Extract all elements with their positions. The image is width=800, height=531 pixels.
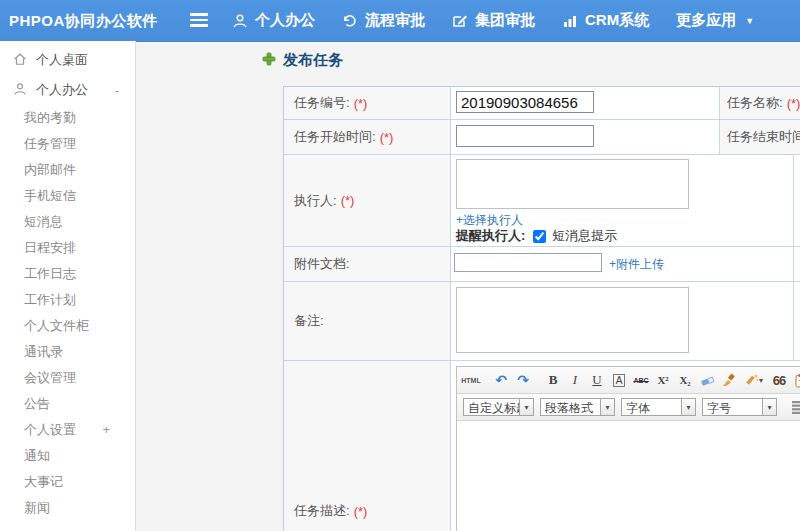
collapse-icon[interactable]: - [115, 75, 119, 105]
undo-button[interactable]: ↶ [491, 370, 511, 390]
align-left-button[interactable] [789, 397, 800, 417]
sidebar-item-label: 内部邮件 [24, 162, 76, 177]
sidebar-item-label: 个人设置 [24, 422, 76, 437]
sidebar-item-events[interactable]: 大事记 [0, 469, 135, 495]
bold-button[interactable]: B [543, 370, 563, 390]
chevron-down-icon: ▾ [519, 398, 534, 416]
nav-personal-office[interactable]: 个人办公 [232, 11, 315, 30]
strikethrough-button[interactable]: ABC [631, 370, 651, 390]
font-size-select[interactable]: 字号 ▾ [702, 398, 777, 416]
editor-content-area[interactable] [457, 421, 800, 531]
sidebar-item-news[interactable]: 新闻 [0, 495, 135, 521]
clipboard-icon: T [794, 373, 800, 388]
process-approval-icon [342, 13, 358, 29]
blockquote-button[interactable]: 66 [769, 370, 789, 390]
executor-label: 执行人:(*) [284, 155, 451, 246]
task-no-cell [451, 87, 720, 119]
sidebar-item-label: 新闻 [24, 500, 50, 515]
attachment-upload-link[interactable]: +附件上传 [609, 256, 664, 273]
sidebar-item-meeting[interactable]: 会议管理 [0, 365, 135, 391]
nav-more-apps[interactable]: 更多应用 ▼ [676, 11, 754, 30]
sidebar-item-label: 大事记 [24, 474, 63, 489]
sidebar-item-contacts[interactable]: 通讯录 [0, 339, 135, 365]
executor-filler-cell [794, 155, 800, 246]
task-no-input[interactable] [456, 91, 594, 113]
eraser-icon [699, 373, 715, 387]
sidebar-item-label: 日程安排 [24, 240, 76, 255]
eraser-button[interactable] [697, 370, 717, 390]
page-title: 发布任务 [283, 51, 343, 70]
task-no-label: 任务编号:(*) [284, 87, 451, 119]
sidebar-item-label: 通知 [24, 448, 50, 463]
publish-task-form: 任务编号:(*) 任务名称:(*) 任务开始时间:(*) 任务结束时间:(*) [283, 86, 800, 531]
redo-button[interactable]: ↷ [513, 370, 533, 390]
menu-toggle-icon[interactable] [190, 13, 208, 28]
sidebar-item-personal-office[interactable]: 个人办公 - [0, 75, 135, 105]
sidebar-item-notice[interactable]: 通知 [0, 443, 135, 469]
attachment-input[interactable] [454, 253, 602, 272]
top-nav: 个人办公 流程审批 集团审批 CRM系统 更多应用 [232, 0, 754, 41]
chevron-down-icon: ▼ [745, 16, 754, 26]
font-name-button[interactable]: A [613, 374, 626, 387]
sidebar-item-schedule[interactable]: 日程安排 [0, 235, 135, 261]
underline-button[interactable]: U [587, 370, 607, 390]
italic-button[interactable]: I [565, 370, 585, 390]
sidebar-item-work-log[interactable]: 工作日志 [0, 261, 135, 287]
chevron-down-icon: ▾ [600, 398, 615, 416]
custom-title-select[interactable]: 自定义标题 ▾ [463, 398, 534, 416]
top-header: PHPOA协同办公软件 个人办公 流程审批 集团审批 [0, 0, 800, 42]
sidebar-item-task-manage[interactable]: 任务管理 [0, 131, 135, 157]
sidebar-item-attendance[interactable]: 我的考勤 [0, 105, 135, 131]
nav-process-approval[interactable]: 流程审批 [342, 11, 425, 30]
executor-textarea[interactable] [456, 159, 689, 209]
sidebar-item-internal-mail[interactable]: 内部邮件 [0, 157, 135, 183]
sidebar-item-label: 个人办公 [36, 81, 88, 99]
page-title-row: 发布任务 [262, 51, 343, 70]
sidebar-item-label: 工作计划 [24, 292, 76, 307]
sidebar-item-label: 通讯录 [24, 344, 63, 359]
nav-crm[interactable]: CRM系统 [562, 11, 649, 30]
start-time-cell [451, 120, 720, 154]
html-source-button[interactable]: HTML [461, 370, 481, 390]
subscript-button[interactable]: X₂ [675, 370, 695, 390]
sidebar-item-announcement[interactable]: 公告 [0, 391, 135, 417]
nav-label: 流程审批 [365, 11, 425, 30]
sidebar-item-desktop[interactable]: 个人桌面 [0, 45, 135, 75]
sidebar-item-label: 任务管理 [24, 136, 76, 151]
paragraph-format-select[interactable]: 段落格式 ▾ [540, 398, 615, 416]
remind-executor-label: 提醒执行人: [456, 227, 525, 245]
sidebar-item-label: 手机短信 [24, 188, 76, 203]
sms-tip-checkbox[interactable] [533, 230, 546, 243]
attachment-label: 附件文档: [284, 247, 451, 281]
sidebar-item-label: 个人桌面 [36, 51, 88, 69]
sidebar-item-label: 个人文件柜 [24, 318, 89, 333]
sidebar-item-file-cabinet[interactable]: 个人文件柜 [0, 313, 135, 339]
start-time-label: 任务开始时间:(*) [284, 120, 451, 154]
format-brush-button[interactable] [719, 370, 739, 390]
sidebar-item-label: 短消息 [24, 214, 63, 229]
remark-filler-cell [794, 282, 800, 360]
start-time-input[interactable] [456, 125, 594, 147]
edit-square-icon [452, 13, 468, 29]
font-family-select[interactable]: 字体 ▾ [621, 398, 696, 416]
chevron-down-icon: ▾ [681, 398, 696, 416]
brush-icon [722, 373, 737, 387]
remark-textarea[interactable] [456, 287, 689, 353]
nav-group-approval[interactable]: 集团审批 [452, 11, 535, 30]
remind-executor-row: 提醒执行人: 短消息提示 [456, 227, 617, 245]
nav-label: 更多应用 [676, 11, 736, 30]
sidebar-item-personal-settings[interactable]: 个人设置 + [0, 417, 135, 443]
sidebar-item-work-plan[interactable]: 工作计划 [0, 287, 135, 313]
magic-wand-icon [745, 373, 759, 387]
nav-label: CRM系统 [585, 11, 649, 30]
user-icon [232, 13, 248, 29]
sidebar-item-short-message[interactable]: 短消息 [0, 209, 135, 235]
remark-label: 备注: [284, 282, 451, 360]
paste-text-button[interactable]: T [791, 370, 800, 390]
expand-icon[interactable]: + [102, 417, 110, 443]
quick-format-button[interactable]: ▾ [741, 370, 767, 390]
sidebar-item-sms[interactable]: 手机短信 [0, 183, 135, 209]
user-icon [13, 82, 27, 99]
superscript-button[interactable]: X² [653, 370, 673, 390]
sidebar-item-label: 我的考勤 [24, 110, 76, 125]
